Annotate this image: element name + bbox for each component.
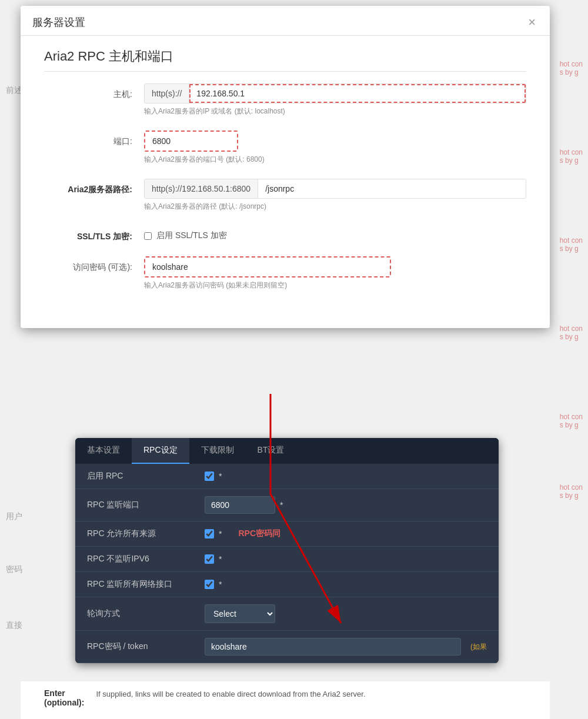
polling-row: 轮询方式 Select websocket http xyxy=(75,597,499,631)
host-label: 主机: xyxy=(44,83,144,100)
port-input[interactable] xyxy=(144,131,238,152)
rpc-allow-value: * RPC密码同 xyxy=(205,529,487,539)
path-input-container: http(s)://192.168.50.1:6800 xyxy=(144,179,526,199)
rpc-allow-checkbox[interactable] xyxy=(205,529,214,539)
rpc-token-value: (如果 xyxy=(205,638,487,656)
rpc-allow-label: RPC 允许所有来源 xyxy=(87,529,205,539)
enter-label: Enter (optional): xyxy=(44,688,84,707)
rpc-no-ipv6-checkbox[interactable] xyxy=(205,554,214,564)
tab-download-limit[interactable]: 下载限制 xyxy=(189,438,246,464)
rpc-port-value: * xyxy=(205,496,487,514)
ssl-label: SSL/TLS 加密: xyxy=(44,226,144,242)
rpc-listen-all-label: RPC 监听所有网络接口 xyxy=(87,579,205,590)
rpc-port-row: RPC 监听端口 * xyxy=(75,489,499,521)
host-control-wrap: http(s):// 输入Aria2服务器的IP 或域名 (默认: localh… xyxy=(144,83,526,116)
bg-label-4: 直接 xyxy=(6,620,22,631)
polling-label: 轮询方式 xyxy=(87,608,205,619)
rpc-enable-checkbox[interactable] xyxy=(205,471,214,481)
host-form-group: 主机: http(s):// 输入Aria2服务器的IP 或域名 (默认: lo… xyxy=(44,83,526,116)
path-label: Aria2服务器路径: xyxy=(44,179,144,195)
dark-tabs: 基本设置 RPC设定 下载限制 BT设置 xyxy=(75,438,499,464)
bg-text-2: hot cons by g xyxy=(557,147,585,166)
rpc-enable-value: * xyxy=(205,471,487,481)
bg-text-3: hot cons by g xyxy=(557,235,585,254)
rpc-enable-label: 启用 RPC xyxy=(87,471,205,481)
rpc-enable-row: 启用 RPC * xyxy=(75,464,499,489)
access-form-group: 访问密码 (可选): 输入Aria2服务器访问密码 (如果未启用则留空) xyxy=(44,256,526,290)
rpc-port-input[interactable] xyxy=(205,496,275,514)
port-form-group: 端口: 输入Aria2服务器的端口号 (默认: 6800) xyxy=(44,131,526,165)
rpc-token-input[interactable] xyxy=(205,638,461,656)
host-input-container: http(s):// xyxy=(144,83,526,103)
bg-label-1: 前述 xyxy=(6,85,22,96)
rpc-listen-all-asterisk: * xyxy=(219,580,222,589)
port-label: 端口: xyxy=(44,131,144,147)
ssl-checkbox[interactable] xyxy=(144,232,152,240)
bottom-row: Enter (optional): If supplied, links wil… xyxy=(44,688,526,707)
rpc-settings-panel: 基本设置 RPC设定 下载限制 BT设置 启用 RPC * RPC 监听端口 * xyxy=(75,438,499,663)
rpc-listen-all-checkbox[interactable] xyxy=(205,580,214,589)
rpc-allow-asterisk: * xyxy=(219,529,222,539)
bg-text-6: hot cons by g xyxy=(557,482,585,501)
path-prefix: http(s)://192.168.50.1:6800 xyxy=(145,179,258,198)
ssl-form-group: SSL/TLS 加密: 启用 SSL/TLS 加密 xyxy=(44,226,526,242)
bottom-description: If supplied, links will be created to en… xyxy=(96,688,365,701)
bg-text-5: hot cons by g xyxy=(557,412,585,430)
rpc-no-ipv6-row: RPC 不监听IPV6 * xyxy=(75,547,499,572)
close-button[interactable]: × xyxy=(526,16,538,29)
bg-label-2: 用户 xyxy=(6,511,22,522)
rpc-token-row: RPC密码 / token (如果 xyxy=(75,631,499,663)
path-control-wrap: http(s)://192.168.50.1:6800 输入Aria2服务器的路… xyxy=(144,179,526,212)
dialog-title: 服务器设置 xyxy=(32,15,85,29)
port-control-wrap: 输入Aria2服务器的端口号 (默认: 6800) xyxy=(144,131,526,165)
polling-select[interactable]: Select websocket http xyxy=(205,604,275,623)
dialog-body: Aria2 RPC 主机和端口 主机: http(s):// 输入Aria2服务… xyxy=(21,36,550,316)
access-label: 访问密码 (可选): xyxy=(44,256,144,273)
ssl-control-wrap: 启用 SSL/TLS 加密 xyxy=(144,226,526,241)
bg-label-3: 密码 xyxy=(6,564,22,575)
path-form-group: Aria2服务器路径: http(s)://192.168.50.1:6800 … xyxy=(44,179,526,212)
ssl-checkbox-row: 启用 SSL/TLS 加密 xyxy=(144,226,526,241)
host-input[interactable] xyxy=(189,84,526,103)
port-hint: 输入Aria2服务器的端口号 (默认: 6800) xyxy=(144,155,526,165)
rpc-allow-row: RPC 允许所有来源 * RPC密码同 xyxy=(75,521,499,547)
path-input[interactable] xyxy=(258,179,526,198)
rpc-no-ipv6-value: * xyxy=(205,554,487,564)
rpc-token-hint: (如果 xyxy=(470,642,487,652)
rpc-token-label: RPC密码 / token xyxy=(87,641,205,652)
host-prefix: http(s):// xyxy=(145,84,189,103)
bg-text-4: hot cons by g xyxy=(557,323,585,342)
tab-basic[interactable]: 基本设置 xyxy=(75,438,132,464)
ssl-checkbox-label: 启用 SSL/TLS 加密 xyxy=(156,230,227,241)
server-settings-dialog: 服务器设置 × Aria2 RPC 主机和端口 主机: http(s):// 输… xyxy=(21,6,550,328)
bg-text-1: hot cons by g xyxy=(557,59,585,78)
rpc-listen-all-value: * xyxy=(205,580,487,589)
rpc-listen-all-row: RPC 监听所有网络接口 * xyxy=(75,572,499,597)
section-title: Aria2 RPC 主机和端口 xyxy=(44,48,526,72)
rpc-port-asterisk: * xyxy=(280,500,283,510)
bottom-section: Enter (optional): If supplied, links wil… xyxy=(21,681,550,719)
rpc-password-hint: RPC密码同 xyxy=(238,529,280,539)
dark-body: 启用 RPC * RPC 监听端口 * RPC 允许所有来源 * RPC密码同 xyxy=(75,464,499,663)
access-control-wrap: 输入Aria2服务器访问密码 (如果未启用则留空) xyxy=(144,256,526,290)
tab-bt[interactable]: BT设置 xyxy=(246,438,296,464)
rpc-no-ipv6-asterisk: * xyxy=(219,554,222,564)
dialog-header: 服务器设置 × xyxy=(21,6,550,36)
rpc-port-label: RPC 监听端口 xyxy=(87,500,205,510)
access-hint: 输入Aria2服务器访问密码 (如果未启用则留空) xyxy=(144,280,526,290)
polling-value: Select websocket http xyxy=(205,604,487,623)
path-hint: 输入Aria2服务器的路径 (默认: /jsonrpc) xyxy=(144,202,526,212)
host-hint: 输入Aria2服务器的IP 或域名 (默认: localhost) xyxy=(144,106,526,116)
access-input[interactable] xyxy=(144,256,391,277)
rpc-enable-asterisk: * xyxy=(219,471,222,481)
tab-rpc[interactable]: RPC设定 xyxy=(132,438,189,464)
rpc-no-ipv6-label: RPC 不监听IPV6 xyxy=(87,554,205,564)
